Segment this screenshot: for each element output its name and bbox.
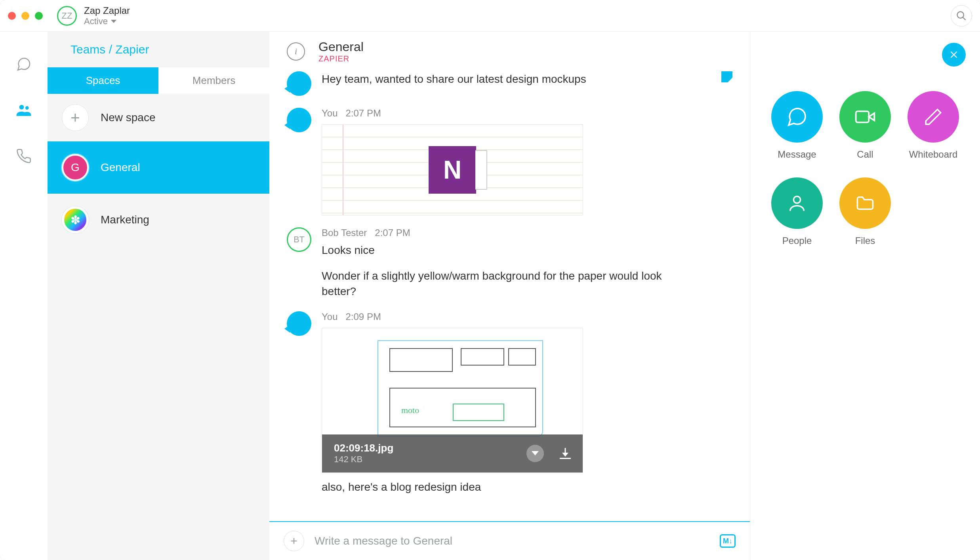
message-row: Hey team, wanted to share our latest des… xyxy=(287,71,732,96)
folder-icon xyxy=(839,177,891,229)
action-whiteboard[interactable]: Whiteboard xyxy=(902,91,964,160)
message-text: Hey team, wanted to share our latest des… xyxy=(322,71,711,87)
plus-icon: + xyxy=(62,104,89,131)
svg-point-8 xyxy=(793,196,800,203)
app-body: Teams / Zapier Spaces Members + New spac… xyxy=(0,32,980,560)
message-time: 2:07 PM xyxy=(375,227,410,238)
message-author: You xyxy=(322,311,338,322)
info-icon[interactable]: i xyxy=(287,42,305,61)
onenote-icon xyxy=(429,146,476,194)
search-icon xyxy=(956,10,967,21)
message-time: 2:07 PM xyxy=(346,108,381,119)
action-people[interactable]: People xyxy=(766,177,828,246)
right-panel: Message Call Whiteboard xyxy=(750,32,980,560)
team-subtitle: ZAPIER xyxy=(318,54,364,63)
new-space-label: New space xyxy=(101,111,156,124)
titlebar: ZZ Zap Zaplar Active xyxy=(0,0,980,32)
action-message[interactable]: Message xyxy=(766,91,828,160)
action-label: Whiteboard xyxy=(909,149,958,160)
tab-spaces[interactable]: Spaces xyxy=(48,67,158,94)
svg-line-1 xyxy=(963,17,966,20)
space-avatar: G xyxy=(62,154,89,181)
action-label: Call xyxy=(857,149,873,160)
message-author: You xyxy=(322,108,338,119)
download-icon[interactable] xyxy=(560,448,571,459)
message-avatar: BT xyxy=(287,227,311,252)
more-options-icon[interactable] xyxy=(526,445,544,462)
space-name: Marketing xyxy=(101,213,149,226)
action-label: People xyxy=(782,235,812,246)
message-row: You 2:09 PM moto 02:09:18.jpg 142 xyxy=(287,311,732,495)
close-panel-button[interactable] xyxy=(942,43,966,67)
svg-point-3 xyxy=(25,106,29,110)
teams-nav-icon[interactable] xyxy=(15,101,32,119)
close-window-icon[interactable] xyxy=(8,12,16,20)
message-list[interactable]: Hey team, wanted to share our latest des… xyxy=(269,69,750,521)
attachment-image[interactable]: moto 02:09:18.jpg 142 KB xyxy=(322,328,583,473)
file-name: 02:09:18.jpg xyxy=(334,442,393,454)
message-avatar xyxy=(287,311,311,336)
svg-marker-7 xyxy=(869,113,874,121)
maximize-window-icon[interactable] xyxy=(35,12,43,20)
space-item-marketing[interactable]: Marketing xyxy=(48,194,269,246)
user-status-dropdown[interactable]: Active xyxy=(84,16,130,27)
chat-nav-icon[interactable] xyxy=(15,55,32,73)
file-size: 142 KB xyxy=(334,454,393,465)
search-button[interactable] xyxy=(951,5,972,27)
message-composer: + M↓ xyxy=(269,521,750,560)
file-info-overlay: 02:09:18.jpg 142 KB xyxy=(322,434,583,472)
action-call[interactable]: Call xyxy=(834,91,896,160)
person-icon xyxy=(771,177,823,229)
space-item-general[interactable]: G General xyxy=(48,141,269,194)
space-title: General xyxy=(318,40,364,54)
message-input[interactable] xyxy=(315,535,709,547)
user-info: Zap Zaplar Active xyxy=(84,5,130,27)
svg-point-0 xyxy=(957,11,964,18)
app-window: ZZ Zap Zaplar Active Teams / Zapier xyxy=(0,0,980,560)
message-row: You 2:07 PM xyxy=(287,108,732,215)
attach-button[interactable]: + xyxy=(284,531,304,551)
message-avatar xyxy=(287,108,311,132)
action-label: Message xyxy=(778,149,816,160)
message-text: Wonder if a slightly yellow/warm backgro… xyxy=(322,268,678,299)
svg-rect-6 xyxy=(856,111,869,122)
chevron-down-icon xyxy=(111,20,116,23)
attachment-image[interactable] xyxy=(322,124,583,215)
pencil-icon xyxy=(908,91,959,143)
user-name: Zap Zaplar xyxy=(84,5,130,16)
main-panel: i General ZAPIER Hey team, wanted to sha… xyxy=(269,32,750,560)
space-name: General xyxy=(101,161,140,174)
action-label: Files xyxy=(855,235,875,246)
sketch-label: moto xyxy=(401,405,419,415)
sidebar: Teams / Zapier Spaces Members + New spac… xyxy=(48,32,269,560)
message-time: 2:09 PM xyxy=(346,311,381,322)
message-avatar xyxy=(287,71,311,96)
calls-nav-icon[interactable] xyxy=(15,147,32,165)
minimize-window-icon[interactable] xyxy=(21,12,29,20)
space-avatar xyxy=(62,206,89,233)
markdown-icon[interactable]: M↓ xyxy=(720,534,736,548)
sidebar-tabs: Spaces Members xyxy=(48,67,269,94)
window-controls xyxy=(8,12,43,20)
message-icon xyxy=(771,91,823,143)
tab-members[interactable]: Members xyxy=(158,67,269,94)
actions-grid: Message Call Whiteboard xyxy=(750,91,980,246)
new-space-button[interactable]: + New space xyxy=(48,94,269,141)
action-files[interactable]: Files xyxy=(834,177,896,246)
close-icon xyxy=(949,50,959,60)
message-text: Looks nice xyxy=(322,242,732,258)
svg-point-2 xyxy=(19,105,24,110)
header-titles: General ZAPIER xyxy=(318,40,364,63)
video-icon xyxy=(839,91,891,143)
breadcrumb[interactable]: Teams / Zapier xyxy=(48,32,269,67)
message-author: Bob Tester xyxy=(322,227,367,238)
space-header: i General ZAPIER xyxy=(269,32,750,69)
user-avatar[interactable]: ZZ xyxy=(57,6,77,26)
flag-icon[interactable] xyxy=(721,71,732,82)
user-status-label: Active xyxy=(84,16,108,27)
message-text: also, here's a blog redesign idea xyxy=(322,479,732,495)
nav-rail xyxy=(0,32,48,560)
message-row: BT Bob Tester 2:07 PM Looks nice Wonder … xyxy=(287,227,732,299)
